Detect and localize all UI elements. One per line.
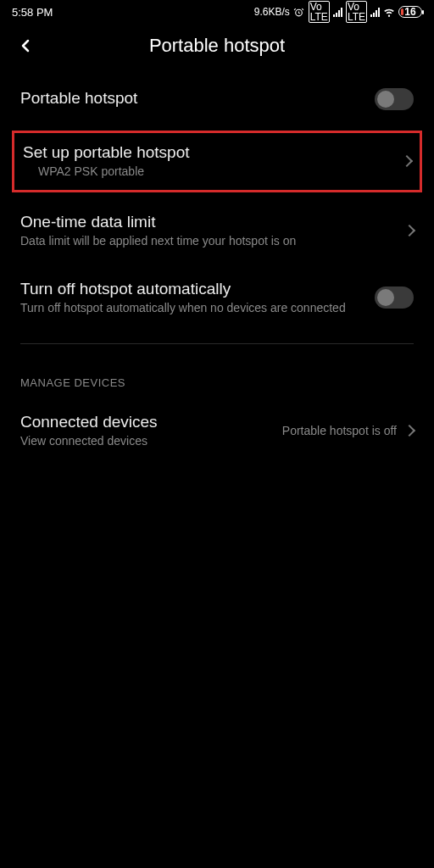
row-text: Connected devices View connected devices <box>20 413 282 449</box>
status-bar: 5:58 PM 9.6KB/s VoLTE VoLTE 16 <box>0 0 434 24</box>
row-subtitle: Data limit will be applied next time you… <box>20 233 393 249</box>
row-data-limit[interactable]: One-time data limit Data limit will be a… <box>0 198 434 264</box>
row-title: One-time data limit <box>20 213 393 231</box>
volte-icon: VoLTE <box>309 1 330 23</box>
back-button[interactable] <box>15 36 36 56</box>
page-title: Portable hotspot <box>149 35 285 57</box>
row-text: One-time data limit Data limit will be a… <box>20 213 405 249</box>
battery-icon: 16 <box>398 6 422 18</box>
signal-icon-2 <box>370 8 380 17</box>
row-subtitle: View connected devices <box>20 433 270 449</box>
hotspot-toggle[interactable] <box>375 88 414 110</box>
app-header: Portable hotspot <box>0 24 434 73</box>
row-value: Portable hotspot is off <box>282 423 397 439</box>
row-text: Portable hotspot <box>20 89 375 109</box>
auto-off-toggle[interactable] <box>375 287 414 309</box>
status-time: 5:58 PM <box>12 6 53 19</box>
row-portable-hotspot[interactable]: Portable hotspot <box>0 73 434 125</box>
row-title: Connected devices <box>20 413 270 431</box>
status-right: 9.6KB/s VoLTE VoLTE 16 <box>254 1 422 23</box>
content: Portable hotspot Set up portable hotspot… <box>0 73 434 465</box>
row-text: Turn off hotspot automatically Turn off … <box>20 280 375 316</box>
chevron-right-icon <box>403 225 415 236</box>
net-speed: 9.6KB/s <box>254 6 290 18</box>
row-setup-hotspot[interactable]: Set up portable hotspot WPA2 PSK portabl… <box>12 131 422 192</box>
chevron-right-icon <box>401 155 413 167</box>
toggle-knob <box>377 91 394 108</box>
row-auto-off[interactable]: Turn off hotspot automatically Turn off … <box>0 264 434 331</box>
toggle-knob <box>377 289 394 306</box>
row-connected-devices[interactable]: Connected devices View connected devices… <box>0 398 434 465</box>
row-title: Set up portable hotspot <box>23 143 391 162</box>
alarm-icon <box>293 6 305 18</box>
section-manage-devices: MANAGE DEVICES <box>0 356 434 398</box>
divider <box>20 343 414 344</box>
signal-icon-1 <box>333 8 342 17</box>
volte-icon-2: VoLTE <box>346 1 367 23</box>
row-text: Set up portable hotspot WPA2 PSK portabl… <box>23 143 403 180</box>
row-title: Turn off hotspot automatically <box>20 280 363 298</box>
row-subtitle: Turn off hotspot automatically when no d… <box>20 300 363 316</box>
row-subtitle: WPA2 PSK portable <box>23 164 391 180</box>
chevron-right-icon <box>403 425 415 437</box>
row-title: Portable hotspot <box>20 89 363 108</box>
wifi-icon <box>383 6 395 18</box>
